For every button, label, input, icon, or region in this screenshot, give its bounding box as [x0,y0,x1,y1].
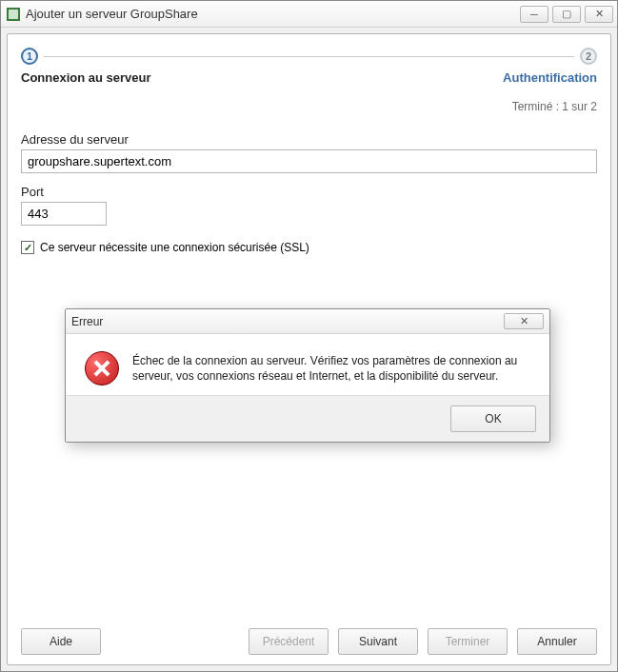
maximize-button[interactable]: ▢ [552,6,581,23]
close-button[interactable]: ✕ [585,6,613,23]
wizard-content: 1 2 Connexion au serveur Authentificatio… [7,33,611,665]
step-1-badge: 1 [21,48,38,65]
wizard-button-row: Aide Précédent Suivant Terminer Annuler [21,617,597,655]
previous-button[interactable]: Précédent [249,628,329,655]
window-title: Ajouter un serveur GroupShare [26,7,520,21]
error-dialog: Erreur ✕ Échec de la connexion au serveu… [65,308,550,443]
ssl-checkbox[interactable] [21,241,34,254]
wizard-window: Ajouter un serveur GroupShare ─ ▢ ✕ 1 2 … [0,0,618,672]
error-icon [85,351,119,385]
app-icon [7,8,20,21]
error-dialog-titlebar: Erreur ✕ [66,309,549,334]
progress-text: Terminé : 1 sur 2 [21,100,597,113]
minimize-button[interactable]: ─ [520,6,548,23]
ssl-checkbox-label: Ce serveur nécessite une connexion sécur… [40,241,309,254]
cancel-button[interactable]: Annuler [517,628,597,655]
server-address-label: Adresse du serveur [21,132,597,147]
finish-button[interactable]: Terminer [428,628,508,655]
error-dialog-title: Erreur [71,315,504,328]
error-message: Échec de la connexion au serveur. Vérifi… [132,351,530,385]
server-address-input[interactable] [21,149,597,173]
error-ok-button[interactable]: OK [450,405,536,432]
port-input[interactable] [21,202,107,226]
port-label: Port [21,185,597,199]
error-dialog-close-button[interactable]: ✕ [504,313,544,329]
step-2-badge: 2 [580,48,597,65]
step-2-label: Authentification [503,70,597,85]
step-connector [44,56,574,57]
steps-indicator: 1 2 [21,48,597,65]
help-button[interactable]: Aide [21,628,101,655]
next-button[interactable]: Suivant [338,628,418,655]
step-1-label: Connexion au serveur [21,70,151,85]
titlebar: Ajouter un serveur GroupShare ─ ▢ ✕ [1,1,617,28]
